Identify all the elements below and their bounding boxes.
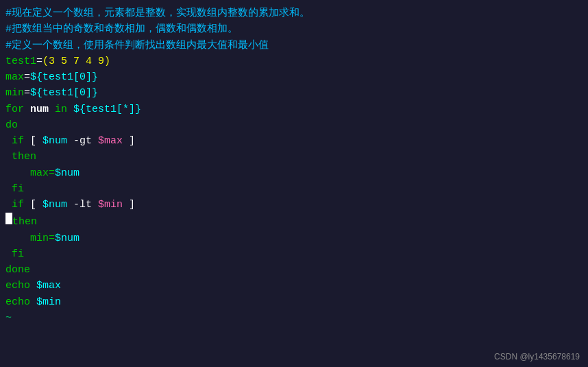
for-array: ${test1[*]}: [73, 102, 141, 117]
var-test1: test1: [5, 54, 36, 69]
if-keyword-2: if: [12, 197, 30, 213]
then-keyword-1: then: [12, 149, 36, 165]
min-var-1: $min: [98, 197, 123, 213]
for-keyword: for: [5, 102, 30, 117]
line-6: min=${test1[0]}: [0, 85, 588, 101]
code-editor: #现在定义一个数组，元素都是整数，实现数组内整数的累加求和。 #把数组当中的奇数…: [0, 0, 588, 367]
line-7: for num in ${test1[*]}: [0, 102, 588, 117]
do-keyword: do: [5, 117, 18, 133]
max-var-1: $max: [98, 133, 123, 149]
line-17: done: [0, 262, 588, 278]
comment-3: #定义一个数组，使用条件判断找出数组内最大值和最小值: [5, 38, 269, 54]
echo-max: $max: [36, 278, 61, 294]
val-max: ${test1[0]}: [30, 69, 98, 85]
echo-min: $min: [36, 294, 61, 310]
var-min-assign: min: [5, 85, 24, 101]
line-13: if [ $num -lt $min ]: [0, 197, 588, 213]
line-10: then: [0, 149, 588, 165]
num-val-1: $num: [55, 165, 79, 181]
num-val-2: $num: [55, 230, 79, 246]
array-values: (3 5 7 4 9): [42, 54, 110, 69]
line-18: echo $max: [0, 278, 588, 294]
line-2: #把数组当中的奇数和奇数相加，偶数和偶数相加。: [0, 21, 588, 37]
line-19: echo $min: [0, 294, 588, 310]
for-var: num: [30, 102, 49, 117]
num-var-2: $num: [42, 197, 67, 213]
line-12: fi: [0, 181, 588, 197]
line-1: #现在定义一个数组，元素都是整数，实现数组内整数的累加求和。: [0, 5, 588, 21]
line-14: then: [0, 213, 588, 230]
line-15: min=$num: [0, 230, 588, 246]
line-4: test1=(3 5 7 4 9): [0, 54, 588, 69]
fi-keyword-1: fi: [12, 181, 24, 197]
var-max-assign: max: [5, 69, 24, 85]
cursor: [5, 213, 12, 224]
then-keyword-2: then: [12, 214, 37, 230]
val-min: ${test1[0]}: [30, 85, 98, 101]
min-assign-2: min=: [30, 230, 55, 246]
line-11: max=$num: [0, 165, 588, 181]
comment-2: #把数组当中的奇数和奇数相加，偶数和偶数相加。: [5, 21, 238, 37]
line-20: ~: [0, 310, 588, 326]
comment-1: #现在定义一个数组，元素都是整数，实现数组内整数的累加求和。: [5, 5, 310, 21]
tilde: ~: [5, 310, 12, 326]
if-keyword-1: if: [12, 133, 30, 149]
watermark: CSDN @ly1435678619: [494, 352, 580, 362]
line-3: #定义一个数组，使用条件判断找出数组内最大值和最小值: [0, 38, 588, 54]
echo-keyword-2: echo: [5, 294, 36, 310]
line-16: fi: [0, 246, 588, 262]
line-8: do: [0, 117, 588, 133]
line-9: if [ $num -gt $max ]: [0, 133, 588, 149]
line-5: max=${test1[0]}: [0, 69, 588, 85]
max-assign-2: max=: [30, 165, 55, 181]
num-var-1: $num: [42, 133, 67, 149]
fi-keyword-2: fi: [12, 246, 24, 262]
echo-keyword-1: echo: [5, 278, 36, 294]
done-keyword: done: [5, 262, 30, 278]
